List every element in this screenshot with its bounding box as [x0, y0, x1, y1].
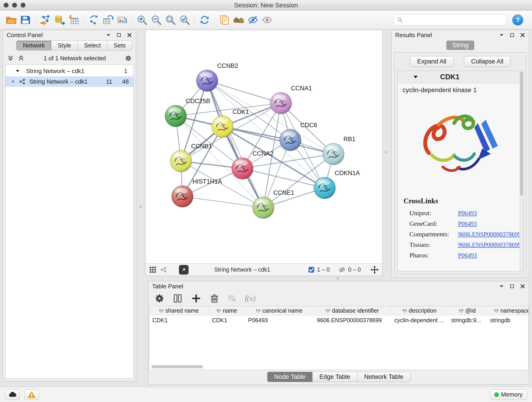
search-input[interactable]: [405, 16, 503, 23]
show-graphics-button[interactable]: [260, 12, 274, 27]
tab-select[interactable]: Select: [77, 41, 107, 51]
cloud-button[interactable]: [5, 389, 20, 400]
table-cell: 9606.ENSP00000378699: [314, 315, 391, 325]
column-header-description[interactable]: description: [391, 306, 448, 315]
traffic-light-close[interactable]: [4, 3, 8, 7]
tab-network[interactable]: Network: [16, 41, 51, 51]
delete-column-trash-icon[interactable]: [209, 293, 220, 303]
export-image-button[interactable]: [115, 12, 129, 27]
share-icon[interactable]: [160, 266, 167, 273]
right-splitter-handle[interactable]: [385, 151, 387, 153]
network-node-CDK1[interactable]: [212, 116, 233, 138]
import-network-database-button[interactable]: [52, 12, 67, 27]
table-settings-gear-icon[interactable]: [154, 293, 165, 303]
network-node-CDC6[interactable]: [279, 129, 301, 151]
gear-icon[interactable]: [125, 55, 132, 62]
zoom-out-button[interactable]: [149, 12, 163, 27]
apply-layout-button[interactable]: [197, 12, 212, 27]
crosslink-link-genecard[interactable]: P06493: [458, 220, 477, 227]
tab-edge-table[interactable]: Edge Table: [312, 372, 357, 382]
network-node-CCNB1[interactable]: [170, 150, 192, 172]
show-columns-icon[interactable]: [173, 293, 183, 303]
panel-close-icon[interactable]: [520, 283, 525, 289]
crosslink-link-tissues[interactable]: 9606.ENSP00000378699: [458, 241, 521, 249]
panel-menu-icon[interactable]: [106, 32, 111, 38]
panel-menu-icon[interactable]: [499, 283, 504, 289]
help-button[interactable]: ?: [512, 14, 523, 26]
export-table-button[interactable]: [101, 12, 115, 27]
traffic-light-zoom[interactable]: [21, 3, 25, 7]
import-network-file-button[interactable]: [38, 12, 52, 27]
grid-icon[interactable]: [149, 266, 157, 274]
function-builder-button[interactable]: f(x): [245, 294, 255, 303]
collapse-all-icon[interactable]: [7, 55, 14, 62]
results-scrollbar[interactable]: [520, 71, 523, 271]
column-header-database-identifier[interactable]: database identifier: [314, 306, 391, 315]
column-header-canonical-name[interactable]: canonical name: [245, 306, 314, 315]
panel-float-icon[interactable]: [116, 32, 122, 38]
network-node-CDC25B[interactable]: [165, 105, 186, 127]
panel-close-icon[interactable]: [520, 32, 525, 38]
network-node-CCNA2[interactable]: [232, 158, 253, 179]
zoom-selected-button[interactable]: [177, 12, 192, 27]
network-edge-CCNB2-CCNE1: [207, 81, 263, 208]
save-session-button[interactable]: [18, 12, 32, 27]
search-box[interactable]: [394, 14, 506, 26]
results-scrollbar-thumb[interactable]: [520, 71, 523, 196]
network-collection-row[interactable]: String Network – cdk1 1: [6, 66, 133, 76]
entry-header[interactable]: CDK1: [398, 71, 523, 83]
network-node-CCNA1[interactable]: [270, 92, 292, 114]
network-node-CCNB2[interactable]: [196, 70, 218, 91]
panel-close-icon[interactable]: [127, 32, 132, 38]
tab-style[interactable]: Style: [51, 41, 78, 51]
bottom-splitter-handle[interactable]: [336, 277, 339, 280]
tab-string[interactable]: String: [446, 41, 475, 50]
open-session-button[interactable]: [4, 12, 18, 27]
caret-down-icon[interactable]: [15, 69, 20, 74]
export-network-button[interactable]: [87, 12, 101, 27]
network-canvas[interactable]: CCNB2CCNA1CDC25BCDK1CDC6RB1CCNB1CCNA2CDK…: [146, 30, 382, 263]
column-header--id[interactable]: @id: [448, 306, 487, 315]
tab-network-table[interactable]: Network Table: [357, 372, 411, 382]
hidden-eye-slash-icon[interactable]: [338, 266, 346, 274]
table-row[interactable]: CDK1CDK1P064939606.ENSP00000378699cyclin…: [149, 315, 528, 325]
panel-float-icon[interactable]: [509, 283, 515, 289]
column-header-name[interactable]: name: [209, 306, 245, 315]
selected-checkbox-icon[interactable]: [308, 266, 315, 273]
node-label-RB1: RB1: [343, 136, 355, 143]
column-header-shared-name[interactable]: shared name: [149, 306, 209, 315]
zoom-in-button[interactable]: [135, 12, 149, 27]
collapse-all-button[interactable]: Collapse All: [464, 56, 510, 67]
detach-view-button[interactable]: [179, 265, 189, 274]
warning-button[interactable]: [24, 389, 39, 400]
duplicate-view-button[interactable]: [217, 12, 232, 27]
network-canvas-area[interactable]: CCNB2CCNA1CDC25BCDK1CDC6RB1CCNB1CCNA2CDK…: [146, 30, 382, 263]
zoom-fit-button[interactable]: [163, 12, 177, 27]
table-horizontal-scrollbar[interactable]: [152, 365, 203, 368]
import-table-button[interactable]: [67, 12, 81, 27]
caret-down-icon[interactable]: [413, 74, 418, 80]
cloud-icon: [8, 390, 17, 399]
network-node-CCNE1[interactable]: [253, 197, 274, 218]
expand-all-button[interactable]: Expand All: [410, 56, 454, 67]
crosslink-link-compartments[interactable]: 9606.ENSP00000378699: [458, 231, 521, 238]
traffic-light-minimize[interactable]: [12, 3, 17, 7]
network-node-HIST1H1A[interactable]: [172, 186, 193, 207]
left-splitter-handle[interactable]: [139, 206, 142, 208]
tab-sets[interactable]: Sets: [107, 41, 132, 51]
network-row[interactable]: String Network – cdk1 11 48: [6, 76, 133, 87]
crosslink-link-pharos[interactable]: P06493: [458, 252, 477, 259]
panel-menu-icon[interactable]: [499, 32, 504, 38]
column-header-namespace[interactable]: namespace: [487, 306, 529, 315]
hide-graphics-button[interactable]: [246, 12, 260, 27]
expand-all-icon[interactable]: [18, 55, 25, 62]
network-node-CDKN1A[interactable]: [314, 177, 336, 199]
birdseye-view-button[interactable]: [232, 12, 246, 27]
memory-button[interactable]: Memory: [490, 389, 527, 400]
add-column-plus-icon[interactable]: [191, 293, 201, 303]
tab-node-table[interactable]: Node Table: [267, 372, 312, 382]
pan-move-icon[interactable]: [370, 266, 379, 274]
panel-float-icon[interactable]: [509, 32, 515, 38]
network-node-RB1[interactable]: [323, 143, 344, 165]
crosslink-link-uniprot[interactable]: P06493: [458, 210, 477, 217]
